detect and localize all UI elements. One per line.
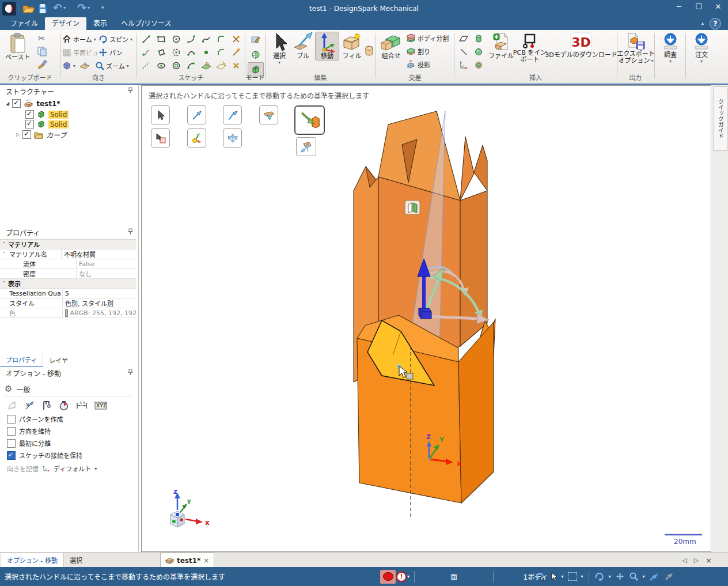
error-dropdown-icon[interactable]: ▾: [407, 574, 410, 579]
tab-options-move[interactable]: オプション - 移動: [1, 553, 64, 568]
tab-scroll-right-icon[interactable]: ▷: [694, 557, 699, 564]
ref-component-button[interactable]: [151, 128, 170, 148]
tree-row-root[interactable]: ◢ test1*: [6, 99, 60, 108]
keep-sketch-connection-checkbox[interactable]: [7, 451, 16, 460]
spin-dropdown-status-icon[interactable]: ▾: [609, 574, 611, 579]
ref-curve-button[interactable]: [223, 105, 242, 124]
marquee-dropdown-icon[interactable]: ▾: [581, 574, 583, 579]
sketch-trim-icon[interactable]: [229, 33, 243, 45]
insert-file-button[interactable]: ファイル: [488, 32, 514, 61]
material-name-value[interactable]: 不明な材質: [61, 249, 136, 259]
document-tab-close-icon[interactable]: ×: [203, 557, 209, 565]
section-material[interactable]: ˅マテリアル: [0, 240, 136, 249]
sketch-split-icon[interactable]: [229, 46, 243, 58]
sketch-fill-icon[interactable]: [199, 59, 213, 71]
split-button[interactable]: 割り: [406, 46, 430, 57]
pan-button[interactable]: パン: [98, 47, 123, 58]
view-cube-button[interactable]: ▾: [62, 60, 90, 71]
ref-fulcrum-button[interactable]: [259, 105, 278, 124]
ref-move-up-to-button[interactable]: [294, 105, 325, 135]
orientation-default-dropdown[interactable]: ディフォルト: [54, 464, 91, 473]
document-tab[interactable]: test1* ×: [160, 553, 214, 568]
selection-spinner[interactable]: ▴▾: [529, 573, 531, 581]
sketch-delete-icon[interactable]: [229, 59, 243, 71]
spin-dropdown-icon[interactable]: ▾: [130, 37, 132, 42]
spin-view-icon[interactable]: [594, 572, 605, 582]
option-create-pattern[interactable]: パターンを作成: [7, 414, 63, 424]
insert-origin-icon[interactable]: [457, 59, 471, 71]
app-icon[interactable]: [2, 2, 16, 16]
qat-customize-icon[interactable]: ▾: [101, 5, 104, 10]
keep-direction-checkbox[interactable]: [7, 427, 16, 436]
open-folder-icon[interactable]: [22, 2, 35, 15]
move-tool-button[interactable]: 移動: [315, 32, 339, 61]
zoom-button[interactable]: ズーム▾: [95, 60, 129, 71]
import-pcb-button[interactable]: PCB をイン ポート: [514, 32, 545, 64]
detach-first-checkbox[interactable]: [7, 439, 16, 448]
pull-tool-button[interactable]: プル: [291, 32, 315, 61]
zoom-out-arrow-icon[interactable]: [663, 572, 674, 581]
home-dropdown-icon[interactable]: ▾: [94, 37, 96, 42]
select-dropdown-icon[interactable]: ▾: [278, 60, 280, 65]
fluid-value[interactable]: False: [76, 260, 136, 268]
sketch-fillet-icon[interactable]: [214, 33, 228, 45]
sketch-chamfer-icon[interactable]: [214, 46, 228, 58]
redo-button[interactable]: ↷▾: [77, 1, 90, 14]
curves-visibility-checkbox[interactable]: [22, 130, 31, 139]
sketch-circle-icon[interactable]: [169, 33, 183, 45]
redo-dropdown-icon[interactable]: ▾: [88, 5, 90, 10]
model-viewport[interactable]: 選択されたハンドルに沿ってそこまで移動するための基準を選択します: [141, 85, 711, 552]
sketch-point-icon[interactable]: [199, 46, 213, 58]
tree-row-solid1[interactable]: Solid: [25, 110, 69, 119]
tree-row-curves[interactable]: ▷ カーブ: [16, 130, 66, 139]
spin-button[interactable]: スピン▾: [98, 33, 132, 45]
undo-view-icon[interactable]: [535, 572, 545, 582]
create-pattern-checkbox[interactable]: [7, 415, 16, 424]
paste-button[interactable]: ペースト: [5, 32, 31, 62]
undo-dropdown-icon[interactable]: ▾: [63, 5, 66, 10]
coordinates-xyz-icon[interactable]: XYZ: [94, 401, 107, 410]
cut-button[interactable]: ✂: [38, 33, 46, 44]
sketch-sweep-arc-icon[interactable]: [184, 59, 198, 71]
zoom-dropdown-status-icon[interactable]: ▾: [643, 574, 645, 579]
sketch-three-point-arc-icon[interactable]: [184, 46, 198, 58]
sketch-tangent-arc-icon[interactable]: [184, 33, 198, 45]
insert-axis-icon[interactable]: [457, 46, 471, 58]
section-mode-button[interactable]: [248, 47, 264, 62]
tab-select[interactable]: 選択: [64, 553, 88, 568]
replace-tool-button[interactable]: [363, 45, 375, 58]
help-icon[interactable]: ?: [710, 18, 721, 29]
insert-cylinder-icon[interactable]: [472, 32, 486, 44]
color-value[interactable]: ARGB: 255, 192, 192: [62, 309, 136, 317]
color-swatch[interactable]: [65, 309, 68, 317]
caliper-icon[interactable]: [41, 400, 52, 411]
section-display[interactable]: ˅表示: [0, 279, 136, 289]
fill-tool-button[interactable]: フィル: [339, 32, 365, 61]
style-value[interactable]: 色別, スタイル別: [62, 298, 136, 308]
dimension-icon[interactable]: X X: [76, 400, 88, 411]
download-3d-model-button[interactable]: 3D 3Dモデルのダウンロード: [547, 32, 616, 59]
sketch-construction-line-icon[interactable]: [139, 59, 153, 71]
collapse-section-icon[interactable]: ˅: [0, 281, 8, 286]
format-painter-button[interactable]: [37, 59, 47, 69]
sketch-rectangle-icon[interactable]: [154, 33, 168, 45]
sketch-construction-circle-icon[interactable]: [169, 46, 183, 58]
tab-view[interactable]: 表示: [86, 17, 114, 30]
option-keep-sketch-connection[interactable]: スケッチの接続を保持: [7, 451, 82, 460]
combine-button[interactable]: 組合せ: [377, 32, 405, 61]
density-value[interactable]: なし: [76, 269, 136, 278]
ref-all-directions-button[interactable]: [223, 128, 242, 148]
investigate-button[interactable]: 調査 ▾: [657, 32, 684, 65]
record-button[interactable]: [380, 570, 396, 584]
pin-icon[interactable]: [127, 87, 134, 94]
sketch-polyline-icon[interactable]: [139, 46, 153, 58]
section-badge-icon[interactable]: [405, 201, 420, 214]
marquee-select-icon[interactable]: [568, 572, 577, 581]
quick-guide-tab[interactable]: クイックガイド: [714, 86, 727, 151]
insert-plane-icon[interactable]: [457, 32, 471, 44]
ruler-sweep-icon[interactable]: [7, 400, 17, 411]
export-dropdown-icon[interactable]: ▾: [651, 58, 654, 65]
sketch-line-icon[interactable]: [139, 33, 153, 45]
tree-expand-icon[interactable]: ◢: [6, 101, 9, 106]
error-indicator[interactable]: !: [396, 572, 407, 582]
